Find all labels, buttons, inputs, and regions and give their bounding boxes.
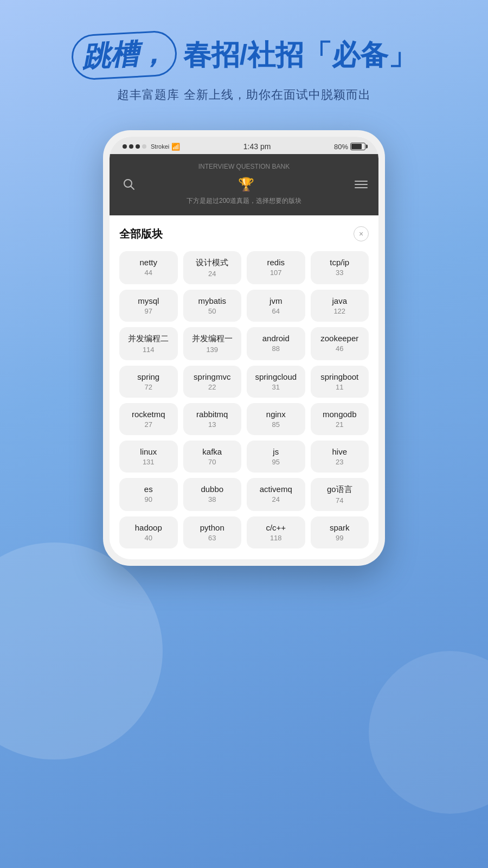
category-count: 99 [315, 534, 365, 542]
category-count: 46 [315, 344, 365, 353]
category-name: rabbitmq [188, 410, 237, 419]
category-name: redis [251, 258, 301, 267]
category-item[interactable]: kafka 70 [183, 441, 242, 473]
category-item[interactable]: es 90 [119, 478, 178, 511]
category-item[interactable]: 设计模式 24 [183, 251, 242, 284]
category-name: mysql [124, 296, 174, 305]
category-item[interactable]: springcloud 31 [247, 366, 305, 398]
category-item[interactable]: tcp/ip 33 [311, 251, 369, 284]
battery-icon [350, 143, 365, 150]
menu-line-2 [355, 184, 368, 185]
category-count: 27 [124, 420, 174, 429]
category-count: 38 [188, 495, 237, 503]
category-count: 114 [124, 346, 174, 354]
category-count: 31 [251, 383, 301, 391]
category-item[interactable]: netty 44 [119, 251, 178, 284]
category-name: mybatis [188, 296, 237, 305]
title-rest-text: 春招/社招「必备」 [183, 36, 416, 74]
category-item[interactable]: python 63 [183, 516, 242, 548]
category-name: tcp/ip [315, 258, 365, 267]
category-count: 11 [315, 383, 365, 391]
search-button[interactable] [120, 176, 138, 193]
category-name: js [251, 447, 301, 456]
category-item[interactable]: springmvc 22 [183, 366, 242, 398]
category-item[interactable]: rocketmq 27 [119, 403, 178, 435]
battery-fill [351, 144, 362, 149]
category-name: python [188, 523, 237, 532]
menu-button[interactable] [355, 181, 368, 188]
jump-badge: 跳槽， [70, 30, 178, 81]
menu-line-1 [355, 181, 368, 182]
category-name: hive [315, 447, 365, 456]
category-name: activemq [251, 484, 301, 494]
category-item[interactable]: hadoop 40 [119, 516, 178, 548]
category-name: linux [124, 447, 174, 456]
category-count: 44 [124, 269, 174, 277]
category-grid: netty 44 设计模式 24 redis 107 tcp/ip 33 mys… [119, 251, 369, 548]
category-item[interactable]: dubbo 38 [183, 478, 242, 511]
category-count: 72 [124, 383, 174, 391]
category-count: 21 [315, 420, 365, 429]
category-name: go语言 [315, 484, 365, 495]
category-item[interactable]: js 95 [247, 441, 305, 473]
category-count: 70 [188, 458, 237, 466]
category-name: springmvc [188, 372, 237, 381]
category-item[interactable]: mysql 97 [119, 290, 178, 322]
bg-decoration-2 [369, 651, 488, 814]
category-name: 并发编程二 [124, 334, 174, 344]
promo-subtitle: 超丰富题库 全新上线，助你在面试中脱颖而出 [22, 87, 466, 103]
category-name: dubbo [188, 484, 237, 494]
category-item[interactable]: redis 107 [247, 251, 305, 284]
category-item[interactable]: mongodb 21 [311, 403, 369, 435]
category-item[interactable]: 并发编程二 114 [119, 327, 178, 360]
category-item[interactable]: zookeeper 46 [311, 327, 369, 360]
category-name: hadoop [124, 523, 174, 532]
category-item[interactable]: android 88 [247, 327, 305, 360]
category-count: 64 [251, 307, 301, 315]
category-item[interactable]: nginx 85 [247, 403, 305, 435]
category-item[interactable]: hive 23 [311, 441, 369, 473]
category-item[interactable]: rabbitmq 13 [183, 403, 242, 435]
category-name: zookeeper [315, 334, 365, 343]
category-count: 50 [188, 307, 237, 315]
category-item[interactable]: 并发编程一 139 [183, 327, 242, 360]
category-count: 24 [188, 270, 237, 278]
category-count: 90 [124, 495, 174, 503]
category-item[interactable]: c/c++ 118 [247, 516, 305, 548]
category-item[interactable]: java 122 [311, 290, 369, 322]
category-count: 85 [251, 420, 301, 429]
category-count: 139 [188, 346, 237, 354]
category-count: 40 [124, 534, 174, 542]
signal-dot-4 [142, 144, 146, 149]
phone-mockup-container: Strokei 📶 1:43 pm 80% INTERVIEW QUESTION… [0, 119, 488, 566]
category-item[interactable]: activemq 24 [247, 478, 305, 511]
category-count: 24 [251, 495, 301, 503]
category-item[interactable]: mybatis 50 [183, 290, 242, 322]
category-item[interactable]: linux 131 [119, 441, 178, 473]
category-name: springcloud [251, 372, 301, 381]
category-name: java [315, 296, 365, 305]
category-count: 131 [124, 458, 174, 466]
category-item[interactable]: spring 72 [119, 366, 178, 398]
badge-text: 跳槽， [81, 34, 167, 76]
category-item[interactable]: springboot 11 [311, 366, 369, 398]
app-header: INTERVIEW QUESTION BANK 🏆 [110, 154, 378, 215]
category-count: 95 [251, 458, 301, 466]
close-button[interactable]: × [354, 226, 369, 241]
app-header-top-text: INTERVIEW QUESTION BANK [120, 163, 368, 170]
category-name: mongodb [315, 410, 365, 419]
category-name: es [124, 484, 174, 494]
category-name: spring [124, 372, 174, 381]
category-item[interactable]: go语言 74 [311, 478, 369, 511]
category-item[interactable]: spark 99 [311, 516, 369, 548]
category-count: 118 [251, 534, 301, 542]
app-header-subtitle: 下方是超过200道真题，选择想要的版块 [120, 193, 368, 207]
bg-decoration-1 [0, 542, 163, 760]
status-left: Strokei 📶 [123, 143, 180, 151]
category-name: 设计模式 [188, 258, 237, 268]
category-name: spark [315, 523, 365, 532]
category-item[interactable]: jvm 64 [247, 290, 305, 322]
category-name: c/c++ [251, 523, 301, 532]
menu-line-3 [355, 187, 368, 188]
category-count: 88 [251, 344, 301, 353]
